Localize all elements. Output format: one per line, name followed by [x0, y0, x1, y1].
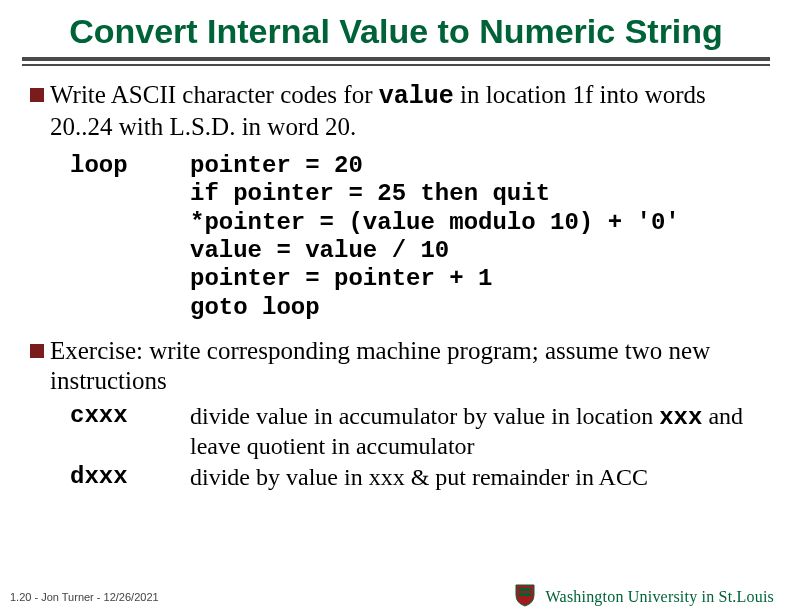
svg-rect-1: [519, 593, 531, 596]
instruction-list: cxxx divide value in accumulator by valu…: [70, 402, 762, 491]
code-label: loop: [70, 152, 190, 322]
svg-rect-0: [519, 588, 531, 591]
bullet-item: Write ASCII character codes for value in…: [30, 80, 762, 142]
bullet-text: Write ASCII character codes for value in…: [50, 80, 762, 142]
code-block: loop pointer = 20 if pointer = 25 then q…: [70, 152, 762, 322]
instruction-opcode: dxxx: [70, 463, 190, 492]
footer-logo: Washington University in St.Louis: [514, 583, 774, 611]
shield-icon: [514, 583, 536, 611]
bullet-item: Exercise: write corresponding machine pr…: [30, 336, 762, 396]
footer-date: 12/26/2021: [104, 591, 159, 603]
text-segment: Write ASCII character codes for: [50, 81, 379, 108]
footer-university: Washington University in St.Louis: [546, 588, 774, 606]
footer-meta: 1.20 - Jon Turner - 12/26/2021: [10, 591, 159, 603]
text-segment: divide value in accumulator by value in …: [190, 403, 659, 429]
square-bullet-icon: [30, 344, 44, 358]
code-inline: xxx: [659, 404, 702, 431]
instruction-desc: divide by value in xxx & put remainder i…: [190, 463, 762, 491]
code-line: goto loop: [190, 294, 320, 321]
instruction-row: cxxx divide value in accumulator by valu…: [70, 402, 762, 461]
instruction-row: dxxx divide by value in xxx & put remain…: [70, 463, 762, 492]
bullet-text: Exercise: write corresponding machine pr…: [50, 336, 762, 396]
slide-content: Write ASCII character codes for value in…: [0, 74, 792, 491]
code-line: pointer = pointer + 1: [190, 265, 492, 292]
code-lines: pointer = 20 if pointer = 25 then quit *…: [190, 152, 762, 322]
code-line: *pointer = (value modulo 10) + '0': [190, 209, 680, 236]
square-bullet-icon: [30, 88, 44, 102]
code-line: pointer = 20: [190, 152, 363, 179]
title-underline: [22, 57, 770, 66]
footer-page: 1.20: [10, 591, 31, 603]
slide-footer: 1.20 - Jon Turner - 12/26/2021 Washingto…: [0, 582, 792, 612]
code-line: value = value / 10: [190, 237, 449, 264]
code-line: if pointer = 25 then quit: [190, 180, 550, 207]
slide-title: Convert Internal Value to Numeric String: [0, 0, 792, 57]
instruction-opcode: cxxx: [70, 402, 190, 431]
code-inline: value: [379, 82, 454, 111]
instruction-desc: divide value in accumulator by value in …: [190, 402, 762, 461]
slide: Convert Internal Value to Numeric String…: [0, 0, 792, 612]
footer-author: Jon Turner: [41, 591, 94, 603]
